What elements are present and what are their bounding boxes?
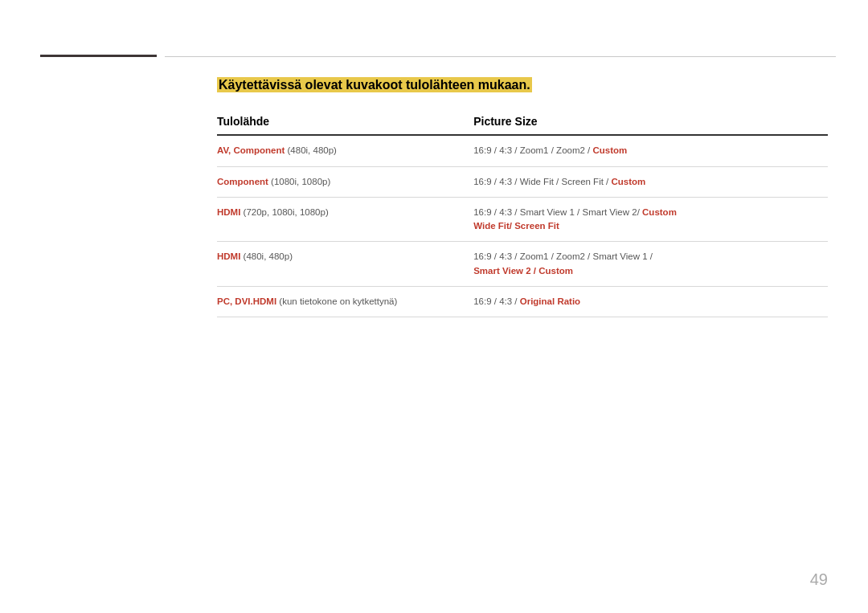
source-bold-3: HDMI: [217, 207, 240, 217]
source-normal-4: (480i, 480p): [240, 251, 293, 261]
cell-size-4: 16:9 / 4:3 / Zoom1 / Zoom2 / Smart View …: [473, 250, 828, 278]
cell-size-1: 16:9 / 4:3 / Zoom1 / Zoom2 / Custom: [473, 144, 828, 157]
top-rule-right: [165, 56, 836, 57]
size-normal-3: 16:9 / 4:3 / Smart View 1 / Smart View 2…: [473, 207, 642, 217]
table-row: HDMI (480i, 480p) 16:9 / 4:3 / Zoom1 / Z…: [217, 242, 828, 287]
source-normal-3: (720p, 1080i, 1080p): [240, 207, 328, 217]
source-normal-1: (480i, 480p): [285, 145, 337, 155]
cell-source-5: PC, DVI.HDMI (kun tietokone on kytkettyn…: [217, 295, 473, 309]
page: Käytettävissä olevat kuvakoot tulolähtee…: [0, 0, 868, 613]
size-normal-4: 16:9 / 4:3 / Zoom1 / Zoom2 / Smart View …: [473, 251, 653, 261]
main-content: Käytettävissä olevat kuvakoot tulolähtee…: [217, 76, 828, 317]
cell-source-2: Component (1080i, 1080p): [217, 175, 473, 189]
size-bold-1: Custom: [592, 145, 627, 155]
source-bold-4: HDMI: [217, 251, 240, 261]
size-normal-5: 16:9 / 4:3 /: [473, 296, 520, 306]
table-row: PC, DVI.HDMI (kun tietokone on kytkettyn…: [217, 287, 828, 317]
cell-source-3: HDMI (720p, 1080i, 1080p): [217, 206, 473, 219]
page-number: 49: [810, 570, 828, 589]
size-normal-2: 16:9 / 4:3 / Wide Fit / Screen Fit /: [473, 177, 611, 186]
header-col-size: Picture Size: [473, 115, 828, 128]
source-normal-5: (kun tietokone on kytkettynä): [276, 296, 397, 306]
cell-size-5: 16:9 / 4:3 / Original Ratio: [473, 295, 828, 309]
size-bold-2: Custom: [611, 177, 645, 186]
cell-size-2: 16:9 / 4:3 / Wide Fit / Screen Fit / Cus…: [473, 175, 828, 189]
size-normal-1: 16:9 / 4:3 / Zoom1 / Zoom2 /: [473, 145, 592, 155]
header-col-source: Tulolähde: [217, 115, 473, 128]
title-wrapper: Käytettävissä olevat kuvakoot tulolähtee…: [217, 76, 828, 94]
cell-size-3: 16:9 / 4:3 / Smart View 1 / Smart View 2…: [473, 206, 828, 234]
source-bold-5: PC, DVI.HDMI: [217, 296, 276, 306]
size-bold-3: Custom: [642, 207, 677, 217]
table-row: Component (1080i, 1080p) 16:9 / 4:3 / Wi…: [217, 167, 828, 198]
top-rule-left: [40, 55, 157, 57]
table-header: Tulolähde Picture Size: [217, 115, 828, 136]
size-line2-bold-3: Wide Fit/ Screen Fit: [473, 221, 559, 231]
source-bold-1: AV, Component: [217, 145, 285, 155]
page-title: Käytettävissä olevat kuvakoot tulolähtee…: [217, 77, 532, 92]
size-line2-bold-4: Smart View 2 / Custom: [473, 266, 573, 276]
table-row: HDMI (720p, 1080i, 1080p) 16:9 / 4:3 / S…: [217, 198, 828, 243]
source-normal-2: (1080i, 1080p): [268, 177, 330, 186]
cell-source-1: AV, Component (480i, 480p): [217, 144, 473, 157]
table-row: AV, Component (480i, 480p) 16:9 / 4:3 / …: [217, 136, 828, 166]
source-bold-2: Component: [217, 177, 268, 186]
cell-source-4: HDMI (480i, 480p): [217, 250, 473, 264]
size-bold-5: Original Ratio: [520, 296, 580, 306]
